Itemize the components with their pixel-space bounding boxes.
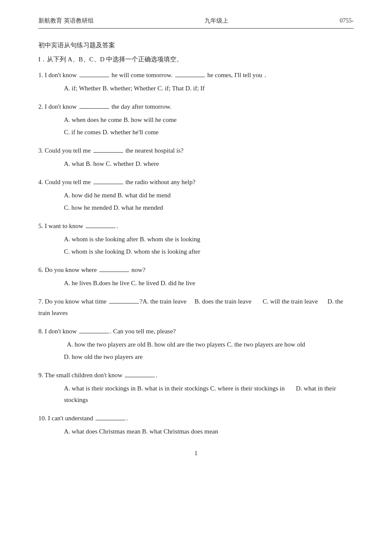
question-9: 9. The small children don't know . A. wh… <box>38 370 354 406</box>
q5-blank <box>86 228 115 228</box>
header-divider <box>38 28 354 29</box>
q5-options-b: C. whom is she looking D. whom she is lo… <box>38 246 354 257</box>
q4-options-a: A. how did he mend B. what did he mend <box>38 190 354 201</box>
page-number: 1 <box>38 450 354 457</box>
question-7: 7. Do you know what time ?A. the train l… <box>38 296 354 319</box>
question-10: 10. I can't understand . A. what does Ch… <box>38 413 354 437</box>
q9-options-a: A. what is their stockings in B. what is… <box>38 383 354 406</box>
q10-options: A. what does Christmas mean B. what Chri… <box>38 426 354 437</box>
section-title: I．从下列 A、B、C、D 中选择一个正确选项填空。 <box>38 55 354 64</box>
question-8: 8. I don't know . Can you tell me, pleas… <box>38 326 354 363</box>
q5-options-a: A. whom is she looking after B. whom she… <box>38 234 354 245</box>
subtitle: 初中宾语从句练习题及答案 <box>38 41 354 49</box>
q1-options: A. if; Whether B. whether; Whether C. if… <box>38 83 354 94</box>
page-header: 新航教育 英语教研组 九年级上 0755- <box>38 17 354 25</box>
q9-blank <box>125 377 155 377</box>
q4-options-b: C. how he mended D. what he mended <box>38 202 354 214</box>
q4-text: 4. Could you tell me the radio without a… <box>38 176 354 188</box>
question-3: 3. Could you tell me the nearest hospita… <box>38 145 354 170</box>
q3-blank <box>93 152 123 153</box>
q8-options-b: D. how old the two players are <box>38 351 354 363</box>
school-name: 新航教育 英语教研组 <box>38 17 94 25</box>
q1-text: 1. I don't know he will come tomorrow. h… <box>38 69 354 81</box>
q1-blank1 <box>79 77 109 77</box>
q2-options-b: C. if he comes D. whether he'll come <box>38 127 354 138</box>
q5-text: 5. I want to know . <box>38 220 354 232</box>
q3-text: 3. Could you tell me the nearest hospita… <box>38 145 354 156</box>
q1-blank2 <box>175 77 205 77</box>
q4-blank <box>93 184 123 184</box>
question-1: 1. I don't know he will come tomorrow. h… <box>38 69 354 94</box>
q6-options: A. he lives B.does he live C. he lived D… <box>38 278 354 289</box>
q2-text: 2. I don't know the day after tomorrow. <box>38 101 354 113</box>
q8-options-a: A. how the two players are old B. how ol… <box>38 339 354 350</box>
q6-text: 6. Do you know where now? <box>38 264 354 276</box>
q8-blank <box>79 333 109 333</box>
q2-blank <box>79 108 109 109</box>
q3-options: A. what B. how C. whether D. where <box>38 158 354 170</box>
q6-blank <box>99 272 129 272</box>
header-left: 新航教育 英语教研组 <box>38 17 94 25</box>
q8-text: 8. I don't know . Can you tell me, pleas… <box>38 326 354 337</box>
q9-text: 9. The small children don't know . <box>38 370 354 381</box>
question-6: 6. Do you know where now? A. he lives B.… <box>38 264 354 289</box>
q7-text: 7. Do you know what time ?A. the train l… <box>38 296 354 319</box>
question-4: 4. Could you tell me the radio without a… <box>38 176 354 214</box>
q7-blank <box>109 303 139 304</box>
q10-text: 10. I can't understand . <box>38 413 354 424</box>
question-5: 5. I want to know . A. whom is she looki… <box>38 220 354 257</box>
grade-label: 九年级上 <box>205 17 228 25</box>
question-2: 2. I don't know the day after tomorrow. … <box>38 101 354 138</box>
phone-number: 0755- <box>340 17 354 24</box>
q2-options-a: A. when does he come B. how will he come <box>38 114 354 126</box>
q10-blank <box>95 420 125 420</box>
